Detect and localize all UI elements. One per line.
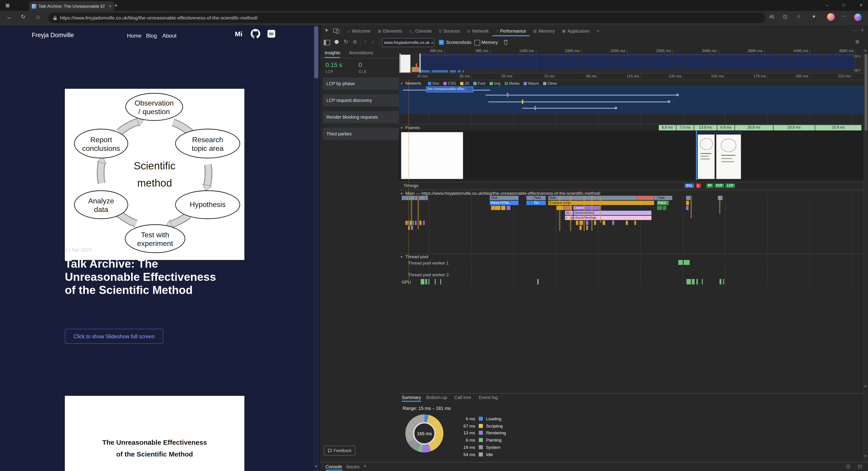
overview-window-handle-right[interactable] bbox=[420, 54, 421, 73]
workspaces-icon[interactable]: ▦ bbox=[5, 3, 10, 8]
flame-bar-layout[interactable]: Layout bbox=[573, 206, 600, 210]
devtools-tab-network[interactable]: ◎Network bbox=[464, 25, 492, 36]
flame-bar[interactable] bbox=[425, 196, 428, 200]
scroll-up-icon[interactable]: ▲ bbox=[864, 49, 867, 52]
page-scroll-down-icon[interactable]: ▼ bbox=[315, 465, 318, 468]
filmstrip-screenshot[interactable] bbox=[568, 54, 578, 70]
insight-card-lcp-request-discovery[interactable]: LCP request discovery bbox=[323, 94, 400, 106]
history-select[interactable]: www.freyjadomville.co.uk ... ▾ bbox=[382, 38, 434, 47]
flame-bar[interactable] bbox=[415, 221, 417, 225]
timing-badge-fcp[interactable]: FCP bbox=[715, 183, 724, 188]
slide-current[interactable]: Observation/ questionResearchtopic areaH… bbox=[65, 89, 244, 260]
read-aloud-icon[interactable]: A) bbox=[769, 14, 774, 19]
devtools-tab-sources[interactable]: {}Sources bbox=[435, 25, 464, 36]
flame-bar[interactable] bbox=[404, 196, 405, 200]
gpu-activity-bar[interactable] bbox=[537, 279, 538, 284]
linkedin-icon[interactable]: in bbox=[268, 30, 275, 38]
filmstrip-screenshot[interactable] bbox=[473, 54, 483, 70]
frame-screenshot[interactable] bbox=[697, 132, 715, 179]
filmstrip-screenshot[interactable] bbox=[600, 54, 610, 70]
flame-bar[interactable] bbox=[654, 196, 657, 200]
flame-bar-parse-html[interactable]: Parse HTML bbox=[490, 201, 519, 205]
new-tab-button[interactable]: + bbox=[114, 2, 118, 8]
load-profile-icon[interactable]: ↑ bbox=[364, 39, 366, 44]
collapse-icon[interactable]: ▾ bbox=[401, 255, 403, 259]
gpu-activity-bar[interactable] bbox=[425, 279, 427, 284]
flame-bar[interactable] bbox=[526, 201, 530, 205]
flame-bar[interactable] bbox=[411, 196, 412, 229]
filmstrip-screenshot[interactable] bbox=[727, 54, 737, 70]
gpu-activity-bar[interactable] bbox=[719, 279, 721, 284]
collapse-icon[interactable]: ▾ bbox=[401, 81, 403, 86]
memory-checkbox[interactable] bbox=[474, 40, 480, 46]
nav-blog[interactable]: Blog bbox=[146, 33, 157, 39]
filmstrip-screenshot[interactable] bbox=[547, 54, 557, 70]
favorites-icon[interactable]: ☆ bbox=[797, 14, 801, 19]
worker-activity-bar[interactable] bbox=[678, 260, 683, 265]
flame-bar-task[interactable]: Task bbox=[657, 196, 672, 200]
filmstrip-screenshot[interactable] bbox=[643, 54, 652, 70]
nav-home[interactable]: Home bbox=[127, 33, 142, 39]
inspect-icon[interactable] bbox=[324, 28, 330, 34]
dock-side-icon[interactable]: ◫ bbox=[846, 464, 850, 469]
gpu-activity-bar[interactable] bbox=[440, 279, 441, 284]
filmstrip-screenshot[interactable] bbox=[621, 54, 631, 70]
save-profile-icon[interactable]: ↓ bbox=[372, 39, 374, 44]
flame-bar--anonymous-[interactable]: (anonymous) bbox=[574, 211, 652, 215]
flame-bar[interactable] bbox=[491, 206, 495, 210]
gpu-activity-bar[interactable] bbox=[692, 279, 694, 284]
filmstrip-screenshot[interactable] bbox=[526, 54, 536, 70]
flame-bar[interactable] bbox=[580, 226, 582, 230]
overview-window-handle-left[interactable] bbox=[399, 54, 401, 73]
flame-bar[interactable] bbox=[637, 196, 654, 200]
gpu-activity-bar[interactable] bbox=[723, 279, 724, 284]
gpu-activity-bar[interactable] bbox=[702, 279, 703, 284]
flame-bar[interactable] bbox=[634, 221, 636, 225]
devtools-tab-console[interactable]: >_Console bbox=[406, 25, 435, 36]
frame-duration[interactable]: 20.8 ms bbox=[773, 125, 815, 130]
browser-essentials-icon[interactable]: ♥ bbox=[812, 14, 815, 19]
overview-strip[interactable]: CPUNET bbox=[399, 54, 864, 73]
flame-bar[interactable] bbox=[405, 221, 407, 225]
slideshow-fullscreen-button[interactable]: Click to show Slideshow full screen bbox=[65, 329, 163, 344]
gpu-activity-bar[interactable] bbox=[696, 279, 698, 284]
record-and-reload-icon[interactable]: ↻ bbox=[344, 39, 348, 44]
back-button[interactable]: ← bbox=[6, 14, 12, 20]
worker-activity-bar[interactable] bbox=[684, 260, 690, 265]
overview-screenshot[interactable] bbox=[400, 54, 411, 73]
frame-duration[interactable]: 13.9 ms bbox=[694, 125, 717, 130]
copilot-icon[interactable] bbox=[854, 13, 861, 21]
flame-bar[interactable] bbox=[594, 221, 596, 225]
flame-bar[interactable] bbox=[495, 206, 500, 210]
devtools-tab-application[interactable]: ▦Application bbox=[559, 25, 593, 36]
summary-tab-call-tree[interactable]: Call tree bbox=[454, 395, 471, 400]
filmstrip-screenshot[interactable] bbox=[632, 54, 642, 70]
filmstrip-screenshot[interactable] bbox=[834, 54, 843, 70]
gear-icon[interactable]: ⚙ bbox=[855, 39, 860, 44]
window-minimize-button[interactable]: – bbox=[826, 3, 829, 8]
settings-menu-icon[interactable]: ⋯ bbox=[841, 13, 846, 19]
devtools-close-icon[interactable]: × bbox=[861, 28, 864, 33]
filmstrip-screenshot[interactable] bbox=[611, 54, 620, 70]
flame-bar[interactable] bbox=[663, 206, 666, 210]
filmstrip-screenshot[interactable] bbox=[484, 54, 493, 70]
network-track-header[interactable]: ▾ Network DocCSSJSFontImgMediaWasmOther bbox=[399, 80, 864, 87]
timing-badge-l[interactable]: L bbox=[696, 183, 701, 188]
frame-screenshot[interactable] bbox=[401, 132, 463, 179]
flame-bar-task[interactable]: Task bbox=[490, 196, 519, 200]
more-tools-button[interactable]: + bbox=[593, 25, 603, 36]
page-scrollbar-thumb[interactable] bbox=[314, 26, 318, 78]
flame-bar[interactable] bbox=[690, 196, 692, 218]
flame-bar-checkflexgap[interactable]: checkFlexGap bbox=[574, 215, 652, 220]
timings-track[interactable]: Timings DCLLFPFCPLCP bbox=[399, 182, 864, 189]
devtools-tab-elements[interactable]: ▤Elements bbox=[374, 25, 406, 36]
frame-duration[interactable]: 6.9 ms bbox=[717, 125, 735, 130]
filmstrip-screenshot[interactable] bbox=[717, 54, 726, 70]
split-screen-icon[interactable]: ◫ bbox=[783, 14, 787, 19]
summary-tab-summary[interactable]: Summary bbox=[402, 395, 421, 402]
frame-duration[interactable]: 20.8 ms bbox=[735, 125, 773, 130]
record-button[interactable] bbox=[335, 40, 339, 44]
collapse-icon[interactable]: ▾ bbox=[401, 192, 403, 196]
filmstrip-screenshot[interactable] bbox=[431, 54, 440, 70]
flame-bar[interactable] bbox=[420, 221, 422, 225]
